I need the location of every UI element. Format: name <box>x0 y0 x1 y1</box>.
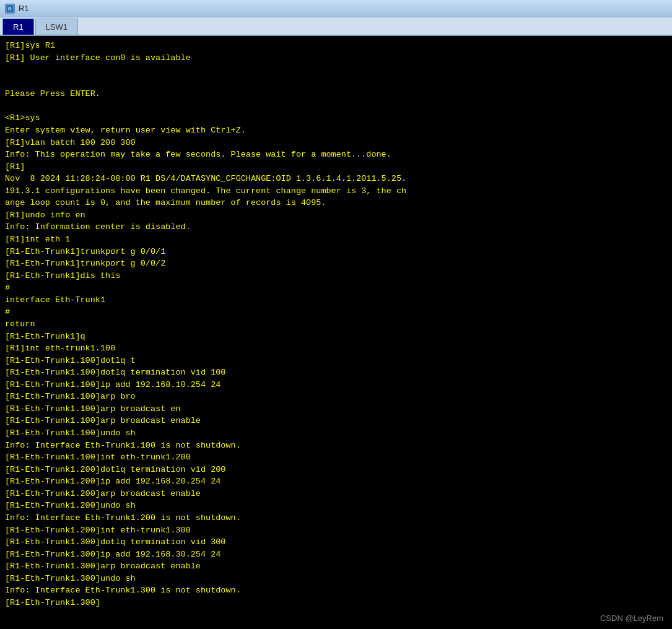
app-icon: R <box>5 4 15 14</box>
svg-text:R: R <box>8 6 12 12</box>
tabs-bar: R1 LSW1 <box>0 17 672 36</box>
terminal-output: [R1]sys R1 [R1] User interface con0 is a… <box>5 40 667 609</box>
title-bar: R R1 <box>0 0 672 17</box>
terminal-window[interactable]: [R1]sys R1 [R1] User interface con0 is a… <box>0 36 672 629</box>
tab-r1[interactable]: R1 <box>2 19 34 35</box>
window-title: R1 <box>19 4 29 13</box>
watermark: CSDN @LeyRem <box>600 614 663 623</box>
tab-lsw1[interactable]: LSW1 <box>35 19 78 35</box>
